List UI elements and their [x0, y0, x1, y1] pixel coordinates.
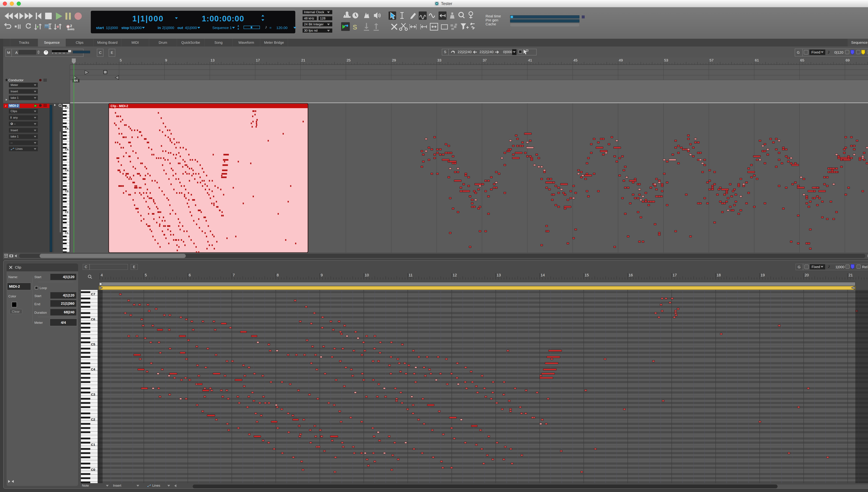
svg-text:20: 20: [804, 273, 809, 277]
svg-text:Real time: Real time: [486, 14, 501, 18]
svg-text:9: 9: [321, 273, 323, 277]
svg-text:13: 13: [497, 273, 501, 277]
svg-text:45: 45: [573, 58, 577, 62]
svg-text:11: 11: [408, 273, 413, 277]
svg-text:5: 5: [120, 58, 122, 62]
svg-text:C0: C0: [91, 468, 95, 471]
svg-text:57: 57: [710, 58, 714, 62]
svg-text:19: 19: [761, 273, 765, 277]
svg-text:69: 69: [846, 58, 850, 62]
svg-text:18: 18: [717, 273, 721, 277]
svg-text:8: 8: [277, 273, 279, 277]
svg-text:13: 13: [210, 58, 215, 62]
svg-text:17: 17: [672, 273, 677, 277]
svg-text:61: 61: [755, 58, 759, 62]
svg-text:16: 16: [628, 273, 633, 277]
svg-text:C6: C6: [91, 318, 95, 321]
svg-text:C1: C1: [91, 443, 95, 446]
svg-text:4/4: 4/4: [74, 79, 78, 82]
svg-text:6: 6: [189, 273, 191, 277]
svg-text:33: 33: [437, 58, 441, 62]
svg-text:21: 21: [301, 58, 305, 62]
svg-text:53: 53: [664, 58, 668, 62]
svg-text:7: 7: [232, 273, 235, 277]
svg-text:C5: C5: [91, 343, 95, 346]
svg-text:10: 10: [365, 273, 369, 277]
svg-text:4: 4: [101, 273, 103, 277]
svg-text:S: S: [353, 24, 357, 31]
svg-text:12: 12: [452, 273, 457, 277]
svg-text:Cache: Cache: [486, 22, 496, 26]
svg-text:C2: C2: [91, 418, 95, 421]
svg-text:15: 15: [585, 273, 589, 277]
svg-text:21: 21: [848, 273, 853, 277]
svg-text:29: 29: [392, 58, 396, 62]
svg-text:BARS: BARS: [68, 28, 74, 31]
svg-text:41: 41: [528, 58, 532, 62]
svg-text:65: 65: [800, 58, 804, 62]
svg-text:14: 14: [541, 273, 545, 277]
svg-text:9: 9: [165, 58, 167, 62]
svg-text:Pre gen: Pre gen: [486, 18, 498, 22]
svg-text:C7: C7: [91, 292, 95, 296]
svg-text:49: 49: [619, 58, 623, 62]
svg-text:37: 37: [482, 58, 487, 62]
svg-text:25: 25: [347, 58, 350, 62]
svg-text:C3: C3: [91, 393, 95, 396]
svg-text:5: 5: [145, 273, 147, 277]
svg-text:17: 17: [256, 58, 260, 62]
svg-text:2: 2: [70, 24, 72, 28]
